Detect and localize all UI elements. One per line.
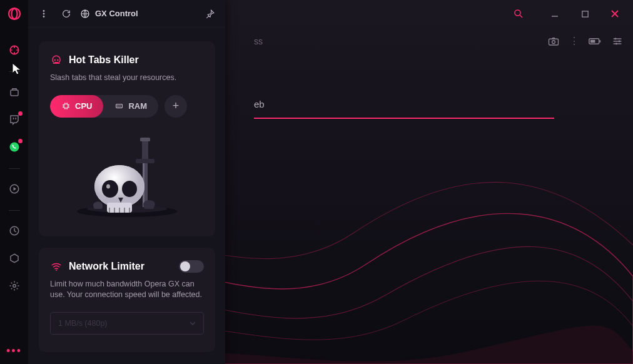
svg-point-17 [615,43,617,44]
sidebar-settings[interactable] [4,276,24,296]
svg-point-39 [56,269,57,270]
svg-point-34 [94,165,144,208]
panel-menu-button[interactable] [35,5,53,23]
svg-point-1 [11,9,17,19]
svg-rect-14 [600,40,601,42]
svg-point-18 [43,10,45,12]
search-icon[interactable] [510,6,527,22]
svg-point-4 [9,143,19,152]
battery-icon[interactable] [588,36,602,47]
notification-dot-icon [18,111,23,116]
svg-rect-3 [11,90,18,96]
sidebar-extensions[interactable] [4,248,24,268]
svg-rect-13 [590,39,595,43]
wifi-icon [50,260,63,273]
sidebar: ••• [0,0,29,364]
search-underline [254,118,554,119]
hot-tabs-title: Hot Tabs Killer [69,54,139,66]
sidebar-gx-corner[interactable] [4,82,24,102]
maximize-button[interactable] [577,6,593,22]
svg-point-19 [43,13,45,14]
svg-rect-10 [549,39,559,45]
globe-icon [80,9,90,19]
panel-title-text: GX Control [95,9,138,18]
svg-rect-29 [140,138,150,141]
sidebar-divider [9,168,20,169]
sidebar-history[interactable] [4,221,24,241]
svg-point-37 [122,181,137,197]
svg-point-16 [619,40,620,42]
panel-header: GX Control [29,0,225,28]
network-limiter-title: Network Limiter [69,261,144,272]
svg-rect-25 [116,104,123,108]
sidebar-whatsapp[interactable] [4,137,24,157]
sidebar-twitch[interactable] [4,109,24,129]
easy-setup-icon[interactable] [610,36,624,47]
sidebar-more-button[interactable]: ••• [6,345,22,358]
svg-point-11 [552,40,555,43]
segment-cpu[interactable]: CPU [50,95,103,118]
sidebar-player[interactable] [4,179,24,199]
segment-ram-label: RAM [128,101,147,111]
skull-sword-illustration [50,129,204,223]
close-button[interactable] [607,6,623,22]
page-text-fragment: ss [254,36,263,46]
svg-point-36 [102,180,118,198]
network-limiter-card: Network Limiter Limit how much bandwidth… [39,248,215,352]
network-limiter-toggle[interactable] [179,260,204,273]
chevron-down-icon [190,321,196,325]
panel-pin-button[interactable] [201,5,219,23]
resource-segmented-control: CPU RAM [50,95,158,118]
svg-rect-28 [142,140,148,160]
panel-title: GX Control [80,9,138,19]
notification-dot-icon [18,139,23,143]
svg-point-7 [13,285,16,288]
sidebar-divider [9,71,20,72]
svg-rect-24 [64,104,68,108]
panel-reload-button[interactable] [58,5,75,23]
segment-cpu-label: CPU [75,101,92,111]
svg-point-20 [43,16,45,18]
svg-point-15 [614,38,616,39]
bandwidth-select-value: 1 MB/s (480p) [58,319,108,328]
gx-control-panel: GX Control Hot Tabs Killer Slash tabs th… [29,0,225,364]
cpu-icon [61,102,70,111]
svg-point-22 [54,59,56,61]
minimize-button[interactable] [547,6,563,22]
svg-point-23 [57,59,58,61]
separator-dots: ⋮ [569,35,579,47]
add-resource-button[interactable]: + [165,95,187,118]
sidebar-gx-control[interactable] [4,40,24,60]
segment-ram[interactable]: RAM [103,95,158,118]
network-limiter-subtitle: Limit how much bandwidth Opera GX can us… [50,279,204,301]
svg-point-38 [106,184,110,188]
sidebar-divider [9,210,20,211]
hot-tabs-subtitle: Slash tabs that steal your resources. [50,73,204,84]
snapshot-icon[interactable] [547,36,560,47]
bandwidth-select[interactable]: 1 MB/s (480p) [50,312,204,335]
svg-rect-30 [136,159,154,163]
svg-point-8 [515,10,520,16]
page-text-fragment: eb [254,99,265,109]
opera-gx-logo[interactable] [6,5,23,23]
hot-tabs-killer-card: Hot Tabs Killer Slash tabs that steal yo… [39,41,215,236]
svg-point-0 [9,8,20,19]
skull-icon [50,54,63,66]
svg-rect-9 [582,11,587,16]
ram-icon [114,102,123,111]
